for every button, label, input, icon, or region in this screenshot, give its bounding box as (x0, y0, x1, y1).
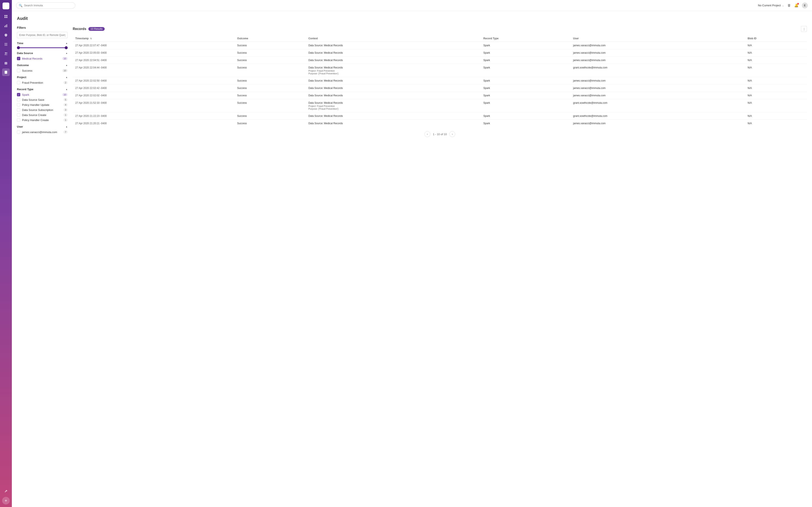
cell-timestamp: 27 Apr 2020 22:02:50 -0400 (73, 77, 235, 84)
cell-outcome: Success (235, 92, 306, 99)
cell-record-type: Spark (481, 64, 570, 77)
cell-user: james.vanacci@immuta.com (570, 57, 745, 64)
james-checkbox[interactable] (17, 130, 20, 134)
fraud-prevention-checkbox[interactable] (17, 81, 20, 84)
filters-title: Filters (17, 26, 68, 30)
project-selector[interactable]: No Current Project ⌄ (758, 4, 784, 7)
list-icon[interactable] (2, 41, 10, 48)
svg-rect-19 (5, 64, 6, 64)
context-secondary: Project: Fraud Prevention (308, 69, 478, 72)
audit-icon[interactable] (2, 68, 10, 76)
app-logo[interactable] (3, 3, 9, 9)
table-row[interactable]: 27 Apr 2020 22:05:03 -0400 Success Data … (73, 49, 807, 57)
building-icon[interactable] (2, 59, 10, 67)
context-primary: Data Source: Medical Records (308, 114, 478, 117)
policy-handler-create-checkbox[interactable] (17, 118, 20, 122)
users-icon[interactable] (2, 50, 10, 57)
delete-icon[interactable]: 🗑 (788, 4, 791, 7)
grid-icon[interactable] (2, 13, 10, 20)
project-label: Project (17, 76, 26, 79)
data-source-save-checkbox[interactable] (17, 98, 20, 101)
table-row[interactable]: 27 Apr 2020 21:20:21 -0400 Success Data … (73, 120, 807, 127)
medical-records-label: Medical Records (22, 57, 43, 60)
data-source-save-count: 5 (63, 98, 68, 101)
cell-timestamp: 27 Apr 2020 22:02:02 -0400 (73, 92, 235, 99)
project-chevron: ▲ (65, 76, 68, 78)
spark-checkbox[interactable] (17, 93, 20, 96)
filter-section-outcome-header[interactable]: Outcome ▲ (17, 64, 68, 67)
filter-section-user-header[interactable]: User ▲ (17, 125, 68, 128)
more-options-button[interactable]: ⋮ (801, 26, 807, 32)
search-box[interactable]: 🔍 (16, 2, 75, 9)
filter-input[interactable] (17, 32, 68, 38)
policy-handler-update-label: Policy Handler Update (22, 103, 49, 107)
filter-section-user: User ▲ james.vanacci@immuta.com 7 (17, 125, 68, 134)
next-page-button[interactable]: › (449, 131, 455, 137)
medical-records-count: 10 (62, 57, 68, 60)
data-source-subscription-label: Data Source Subscription (22, 108, 53, 112)
col-blob-id[interactable]: Blob ID (745, 35, 807, 42)
prev-page-button[interactable]: ‹ (424, 131, 430, 137)
cell-outcome: Success (235, 42, 306, 49)
table-row[interactable]: 27 Apr 2020 22:04:44 -0400 Success Data … (73, 64, 807, 77)
data-source-create-checkbox[interactable] (17, 113, 20, 117)
filter-item-data-source-create: Data Source Create 1 (17, 113, 68, 117)
table-row[interactable]: 27 Apr 2020 22:07:47 -0400 Success Data … (73, 42, 807, 49)
filter-section-record-type: Record Type ▲ Spark 10 Data Source Save … (17, 88, 68, 122)
main-area: 🔍 No Current Project ⌄ 🗑 🔔 E Audit Filte… (12, 0, 812, 507)
cell-timestamp: 27 Apr 2020 21:20:21 -0400 (73, 120, 235, 127)
col-record-type[interactable]: Record Type (481, 35, 570, 42)
cell-user: james.vanacci@immuta.com (570, 42, 745, 49)
filter-section-data-source-header[interactable]: Data Source ▲ (17, 52, 68, 55)
context-primary: Data Source: Medical Records (308, 101, 478, 104)
chart-icon[interactable] (2, 22, 10, 30)
slider-thumb-right[interactable] (65, 46, 68, 49)
table-row[interactable]: 27 Apr 2020 21:52:33 -0400 Success Data … (73, 99, 807, 112)
cell-record-type: Spark (481, 77, 570, 84)
col-context[interactable]: Context (306, 35, 480, 42)
cell-record-type: Spark (481, 84, 570, 92)
svg-point-14 (5, 52, 6, 54)
policy-handler-update-checkbox[interactable] (17, 103, 20, 107)
policy-handler-update-count: 4 (63, 103, 68, 106)
filter-section-record-type-header[interactable]: Record Type ▲ (17, 88, 68, 91)
add-button[interactable]: + (2, 497, 10, 504)
pagination: ‹ 1 - 10 of 10 › (73, 131, 807, 137)
search-input[interactable] (24, 4, 72, 7)
table-row[interactable]: 27 Apr 2020 22:02:50 -0400 Success Data … (73, 77, 807, 84)
time-slider[interactable] (17, 47, 68, 48)
col-user[interactable]: User (570, 35, 745, 42)
filter-item-medical-records: Medical Records 10 (17, 57, 68, 60)
success-checkbox[interactable] (17, 69, 20, 72)
col-outcome[interactable]: Outcome (235, 35, 306, 42)
context-primary: Data Source: Medical Records (308, 44, 478, 47)
table-row[interactable]: 27 Apr 2020 21:22:23 -0400 Success Data … (73, 112, 807, 120)
filter-section-project-header[interactable]: Project ▲ (17, 76, 68, 79)
cell-outcome: Success (235, 77, 306, 84)
user-avatar[interactable]: E (802, 3, 808, 8)
slider-thumb-left[interactable] (17, 46, 20, 49)
cell-timestamp: 27 Apr 2020 21:52:33 -0400 (73, 99, 235, 112)
medical-records-checkbox[interactable] (17, 57, 20, 60)
shield-icon[interactable] (2, 31, 10, 39)
cell-context: Data Source: Medical Records (306, 57, 480, 64)
filters-panel: Filters Time ▲ Data Source (17, 26, 68, 137)
cell-context: Data Source: Medical Records (306, 77, 480, 84)
project-name: No Current Project (758, 4, 781, 7)
cell-timestamp: 27 Apr 2020 22:05:03 -0400 (73, 49, 235, 57)
data-source-label: Data Source (17, 52, 33, 55)
cell-user: james.vanacci@immuta.com (570, 92, 745, 99)
table-row[interactable]: 27 Apr 2020 22:04:51 -0400 Success Data … (73, 57, 807, 64)
cell-timestamp: 27 Apr 2020 22:07:47 -0400 (73, 42, 235, 49)
table-row[interactable]: 27 Apr 2020 22:02:42 -0400 Success Data … (73, 84, 807, 92)
spark-label: Spark (22, 93, 29, 96)
table-row[interactable]: 27 Apr 2020 22:02:02 -0400 Success Data … (73, 92, 807, 99)
wrench-icon[interactable] (2, 488, 10, 495)
filter-section-time-header[interactable]: Time ▲ (17, 42, 68, 45)
data-source-subscription-checkbox[interactable] (17, 108, 20, 112)
notification-icon[interactable]: 🔔 (794, 3, 799, 7)
context-primary: Data Source: Medical Records (308, 66, 478, 69)
cell-context: Data Source: Medical Records (306, 112, 480, 120)
cell-outcome: Success (235, 112, 306, 120)
col-timestamp[interactable]: Timestamp ⇅ (73, 35, 235, 42)
